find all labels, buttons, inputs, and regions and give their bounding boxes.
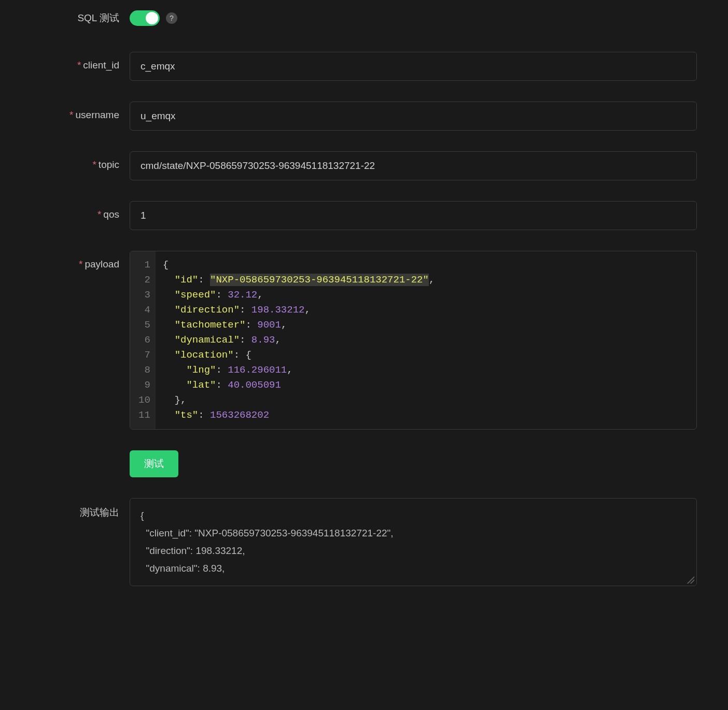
payload-editor[interactable]: 1234567891011 { "id": "NXP-058659730253-… <box>130 251 697 430</box>
username-input[interactable] <box>130 102 697 131</box>
label-username: *username <box>10 102 130 121</box>
test-button[interactable]: 测试 <box>130 450 178 477</box>
client-id-input[interactable] <box>130 52 697 81</box>
row-payload: *payload 1234567891011 { "id": "NXP-0586… <box>10 251 697 430</box>
label-username-text: username <box>76 109 120 120</box>
label-qos-text: qos <box>103 209 119 220</box>
sql-test-toggle[interactable] <box>130 10 160 26</box>
toggle-knob <box>146 12 158 24</box>
topic-input[interactable] <box>130 151 697 180</box>
sql-test-row: SQL 测试 ? <box>10 10 697 26</box>
sql-test-label: SQL 测试 <box>10 11 130 25</box>
row-qos: *qos <box>10 201 697 230</box>
label-client-id: *client_id <box>10 52 130 71</box>
test-output[interactable]: { "client_id": "NXP-058659730253-9639451… <box>130 498 697 586</box>
row-test-button: 测试 <box>10 450 697 477</box>
row-topic: *topic <box>10 151 697 180</box>
label-payload: *payload <box>10 251 130 270</box>
label-payload-text: payload <box>85 259 119 269</box>
editor-content[interactable]: { "id": "NXP-058659730253-96394511813272… <box>156 251 696 429</box>
label-topic-text: topic <box>99 159 119 170</box>
label-output: 测试输出 <box>10 498 130 519</box>
row-username: *username <box>10 102 697 131</box>
label-qos: *qos <box>10 201 130 220</box>
row-client-id: *client_id <box>10 52 697 81</box>
help-icon[interactable]: ? <box>166 12 177 24</box>
qos-input[interactable] <box>130 201 697 230</box>
editor-gutter: 1234567891011 <box>130 251 156 429</box>
label-topic: *topic <box>10 151 130 171</box>
label-client-id-text: client_id <box>83 60 119 70</box>
row-output: 测试输出 { "client_id": "NXP-058659730253-96… <box>10 498 697 586</box>
resize-handle-icon[interactable] <box>687 576 694 584</box>
